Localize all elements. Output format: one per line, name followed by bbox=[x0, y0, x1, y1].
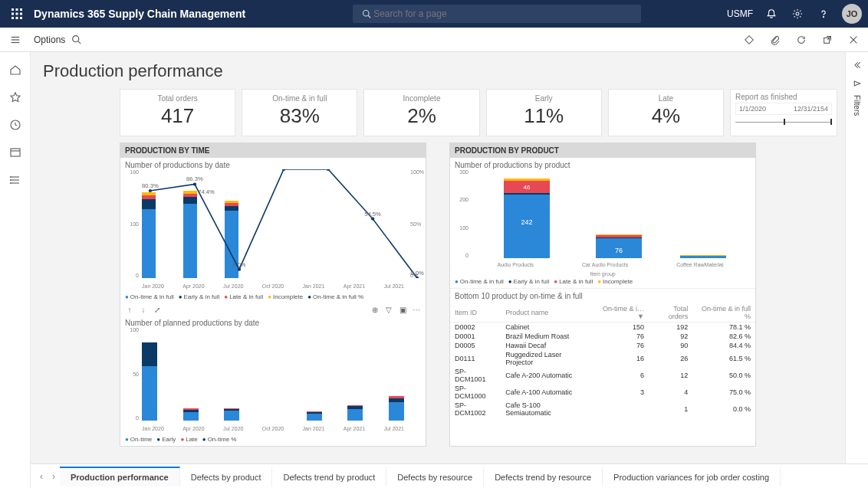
date-slider[interactable] bbox=[735, 118, 832, 126]
table-row[interactable]: D0005Hawaii Decaf769084.4 % bbox=[450, 341, 755, 350]
table-row[interactable]: SP-DCM1000Cafe A-100 Automatic3475.0 % bbox=[450, 384, 755, 401]
tabs-scroll-right[interactable]: › bbox=[48, 471, 60, 482]
svg-rect-8 bbox=[20, 17, 22, 19]
expand-icon[interactable]: ⤢ bbox=[153, 305, 162, 314]
svg-rect-2 bbox=[20, 8, 22, 11]
action-search-icon[interactable] bbox=[68, 31, 84, 47]
svg-point-28 bbox=[10, 180, 11, 181]
svg-point-29 bbox=[10, 183, 11, 184]
legend-item[interactable]: Early & in full bbox=[508, 278, 550, 285]
panel-production-by-product: PRODUCTION BY PRODUCT Number of producti… bbox=[449, 142, 756, 447]
company-code[interactable]: USMF bbox=[727, 8, 753, 19]
kpi-label: Report as finished bbox=[735, 93, 832, 101]
svg-text:80.3%: 80.3% bbox=[142, 182, 159, 189]
workspace-icon[interactable] bbox=[8, 146, 22, 159]
chart-planned-productions[interactable]: 100500 Jan 2020Apr 2020Jul 2020Oct 2020J… bbox=[120, 327, 426, 434]
chart-title: Number of productions by date bbox=[120, 158, 426, 169]
svg-line-17 bbox=[78, 41, 81, 44]
chart-title: Number of planned productions by date bbox=[120, 316, 426, 327]
top-navbar: Dynamics 365 Supply Chain Management USM… bbox=[0, 0, 868, 28]
waffle-icon[interactable] bbox=[6, 3, 28, 25]
svg-point-12 bbox=[823, 17, 824, 18]
recent-icon[interactable] bbox=[8, 118, 22, 132]
close-icon[interactable] bbox=[845, 31, 862, 48]
table-row[interactable]: SP-DCM1001Cafe A-200 Automatic61250.0 % bbox=[450, 367, 755, 384]
svg-point-34 bbox=[238, 268, 241, 271]
kpi-label: Total orders bbox=[123, 94, 232, 103]
kpi-incomplete[interactable]: Incomplete2% bbox=[363, 89, 479, 136]
chart-productions-by-date[interactable]: 1601000 100%50%0% 80.3%86.3%8.0%100.0%10… bbox=[120, 169, 426, 292]
legend-item[interactable]: Late & in full bbox=[554, 278, 593, 285]
attach-icon[interactable] bbox=[767, 31, 784, 48]
search-container[interactable] bbox=[353, 5, 641, 23]
table-row[interactable]: D0002Cabinet15019278.1 % bbox=[450, 323, 755, 332]
kpi-value: 83% bbox=[245, 104, 353, 128]
table-row[interactable]: D0111Ruggedized Laser Projector162661.5 … bbox=[450, 350, 755, 367]
legend-item[interactable]: Incomplete bbox=[268, 293, 303, 300]
options-menu[interactable]: Options bbox=[31, 31, 68, 48]
legend-item[interactable]: On-time & in full bbox=[125, 293, 174, 300]
help-icon[interactable] bbox=[816, 6, 831, 21]
gear-icon[interactable] bbox=[790, 6, 805, 21]
focus-icon[interactable]: ▣ bbox=[398, 305, 407, 314]
tab-defects-trend-by-resource[interactable]: Defects trend by resource bbox=[484, 467, 603, 486]
options-label: Options bbox=[34, 34, 65, 45]
x-axis-label: Item group bbox=[450, 271, 755, 277]
hamburger-icon[interactable] bbox=[6, 34, 25, 45]
legend-item[interactable]: Incomplete bbox=[597, 278, 633, 285]
infer-icon[interactable]: ⊕ bbox=[370, 305, 380, 314]
kpi-report-finished[interactable]: Report as finished 1/1/202012/31/2154 bbox=[730, 89, 837, 136]
home-icon[interactable] bbox=[8, 63, 22, 77]
refresh-icon[interactable] bbox=[793, 31, 810, 48]
app-title: Dynamics 365 Supply Chain Management bbox=[34, 8, 245, 20]
date-from: 1/1/2020 bbox=[739, 105, 766, 113]
bottom-table[interactable]: Item IDProduct nameOn-time & i… ▼Total o… bbox=[450, 303, 755, 418]
drill-up-icon[interactable]: ↑ bbox=[125, 305, 134, 314]
diamond-icon[interactable] bbox=[741, 31, 758, 48]
kpi-label: Incomplete bbox=[367, 94, 475, 103]
bell-icon[interactable] bbox=[764, 6, 779, 21]
search-input[interactable] bbox=[373, 8, 635, 19]
tab-defects-by-resource[interactable]: Defects by resource bbox=[386, 467, 484, 486]
tabs-scroll-left[interactable]: ‹ bbox=[35, 471, 48, 482]
legend-item[interactable]: Late & in full bbox=[224, 293, 263, 300]
svg-rect-5 bbox=[20, 13, 22, 15]
kpi-ontime-full[interactable]: On-time & in full83% bbox=[242, 89, 357, 136]
svg-text:86.3%: 86.3% bbox=[186, 176, 203, 183]
modules-icon[interactable] bbox=[8, 173, 22, 187]
tab-production-variances-for-job-order-costing[interactable]: Production variances for job order costi… bbox=[603, 467, 781, 486]
svg-point-11 bbox=[796, 12, 799, 15]
kpi-label: On-time & in full bbox=[245, 94, 353, 103]
legend-item[interactable]: Late bbox=[180, 436, 197, 443]
legend-item[interactable]: Early bbox=[156, 436, 176, 443]
svg-text:8.0%: 8.0% bbox=[232, 261, 246, 268]
popout-icon[interactable] bbox=[819, 31, 836, 48]
kpi-value: 11% bbox=[490, 104, 598, 128]
legend-item[interactable]: On-time & in full bbox=[455, 278, 504, 285]
avatar[interactable]: JO bbox=[842, 4, 862, 24]
drill-down-icon[interactable]: ↓ bbox=[139, 305, 148, 314]
legend-item[interactable]: On-time % bbox=[202, 436, 237, 443]
tab-production-performance[interactable]: Production performance bbox=[60, 467, 180, 486]
kpi-value: 2% bbox=[367, 104, 475, 128]
tab-defects-trend-by-product[interactable]: Defects trend by product bbox=[272, 467, 386, 486]
table-row[interactable]: SP-DCM1002Cafe S-100 Semiautomatic10.0 % bbox=[450, 401, 755, 418]
svg-point-9 bbox=[363, 11, 369, 17]
legend-item[interactable]: On-time & in full % bbox=[307, 293, 363, 300]
kpi-late[interactable]: Late4% bbox=[608, 89, 724, 136]
tab-defects-by-product[interactable]: Defects by product bbox=[180, 467, 273, 486]
star-icon[interactable] bbox=[8, 90, 22, 104]
more-icon[interactable]: ⋯ bbox=[412, 305, 421, 314]
filter-icon[interactable]: ▽ bbox=[384, 305, 393, 314]
kpi-total-orders[interactable]: Total orders417 bbox=[120, 89, 235, 136]
table-row[interactable]: D0001Brazil Medium Roast769282.6 % bbox=[450, 332, 755, 341]
svg-rect-7 bbox=[16, 17, 18, 19]
main-content: Production performance Total orders417 O… bbox=[31, 52, 868, 463]
table-title: Bottom 10 product by on-time & in full bbox=[450, 288, 755, 303]
kpi-early[interactable]: Early11% bbox=[486, 89, 602, 136]
svg-rect-6 bbox=[12, 17, 14, 19]
panel-production-by-time: PRODUCTION BY TIME Number of productions… bbox=[120, 142, 426, 447]
legend-item[interactable]: On-time bbox=[125, 436, 152, 443]
chart-productions-by-product[interactable]: 3002001000 24246768 Audio ProductsCar Au… bbox=[450, 169, 755, 277]
legend-item[interactable]: Early & in full bbox=[179, 293, 220, 300]
